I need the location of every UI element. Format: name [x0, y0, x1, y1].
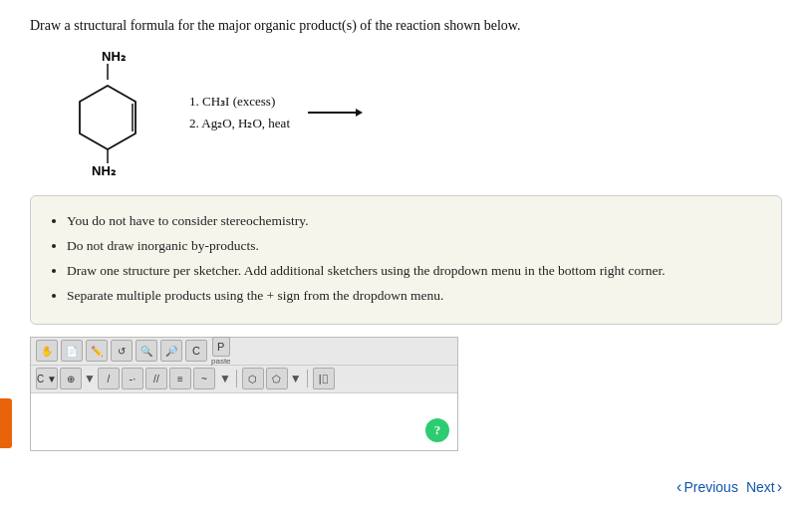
- next-label: Next: [746, 479, 775, 495]
- instructions-box: You do not have to consider stereochemis…: [30, 195, 782, 325]
- add-tool[interactable]: ⊕: [60, 368, 82, 389]
- next-button[interactable]: Next ›: [746, 478, 782, 496]
- previous-label: Previous: [683, 479, 737, 495]
- sketcher-toolbar-top: ✋ 📄 ✏️ ↺ 🔍 🔎 C P paste: [31, 338, 457, 366]
- wavy-bond[interactable]: ~: [193, 368, 215, 389]
- instructions-list: You do not have to consider stereochemis…: [49, 210, 763, 308]
- question-text: Draw a structural formula for the major …: [30, 18, 782, 34]
- condition-2: 2. Ag₂O, H₂O, heat: [189, 113, 290, 134]
- navigation-buttons: ‹ Previous Next ›: [677, 478, 782, 496]
- svg-marker-2: [80, 86, 135, 149]
- instruction-item: Draw one structure per sketcher. Add add…: [67, 260, 763, 283]
- svg-text:NH₂: NH₂: [102, 49, 126, 64]
- zoom-out-tool[interactable]: 🔎: [160, 340, 182, 362]
- sketcher-container: ✋ 📄 ✏️ ↺ 🔍 🔎 C P paste C ▼ ⊕: [30, 337, 458, 451]
- next-chevron-icon: ›: [777, 478, 782, 496]
- carbon-dropdown[interactable]: C ▼: [36, 368, 58, 389]
- svg-text:NH₂: NH₂: [92, 163, 116, 177]
- sketcher-canvas[interactable]: ?: [31, 393, 457, 450]
- file-tool[interactable]: 📄: [61, 340, 83, 362]
- dash-bond[interactable]: -·: [122, 368, 143, 389]
- reaction-conditions: 1. CH₃I (excess) 2. Ag₂O, H₂O, heat: [189, 91, 290, 134]
- draw-tool[interactable]: ✏️: [86, 340, 108, 362]
- condition-1: 1. CH₃I (excess): [189, 91, 275, 113]
- copy-tool[interactable]: C: [185, 340, 207, 362]
- orange-tab[interactable]: [0, 398, 12, 448]
- single-bond[interactable]: /: [98, 368, 120, 389]
- pentagon-tool[interactable]: ⬠: [266, 368, 288, 389]
- paste-tool[interactable]: P: [212, 337, 230, 357]
- triple-bond[interactable]: ≡: [169, 368, 191, 389]
- double-bond[interactable]: //: [145, 368, 167, 389]
- instruction-item: Do not draw inorganic by-products.: [67, 235, 763, 258]
- zoom-in-tool[interactable]: 🔍: [135, 340, 157, 362]
- svg-marker-7: [356, 109, 363, 117]
- undo-tool[interactable]: ↺: [111, 340, 133, 362]
- molecule-structure: NH₂ NH₂: [50, 48, 159, 177]
- reaction-arrow: [308, 104, 363, 122]
- hexagon-tool[interactable]: ⬡: [242, 368, 264, 389]
- help-button[interactable]: ?: [425, 418, 449, 442]
- instruction-item: You do not have to consider stereochemis…: [67, 210, 763, 233]
- hand-tool[interactable]: ✋: [36, 340, 58, 362]
- previous-button[interactable]: ‹ Previous: [677, 478, 738, 496]
- reaction-area: NH₂ NH₂ 1. CH₃I (excess) 2. Ag₂O, H₂O, h…: [50, 48, 782, 177]
- bracket-tool[interactable]: |⌷: [313, 368, 335, 389]
- previous-chevron-icon: ‹: [677, 478, 681, 496]
- instruction-item: Separate multiple products using the + s…: [67, 285, 763, 308]
- sketcher-toolbar-bottom: C ▼ ⊕ ▼ / -· // ≡ ~ ▼ ⬡ ⬠ ▼: [31, 366, 457, 393]
